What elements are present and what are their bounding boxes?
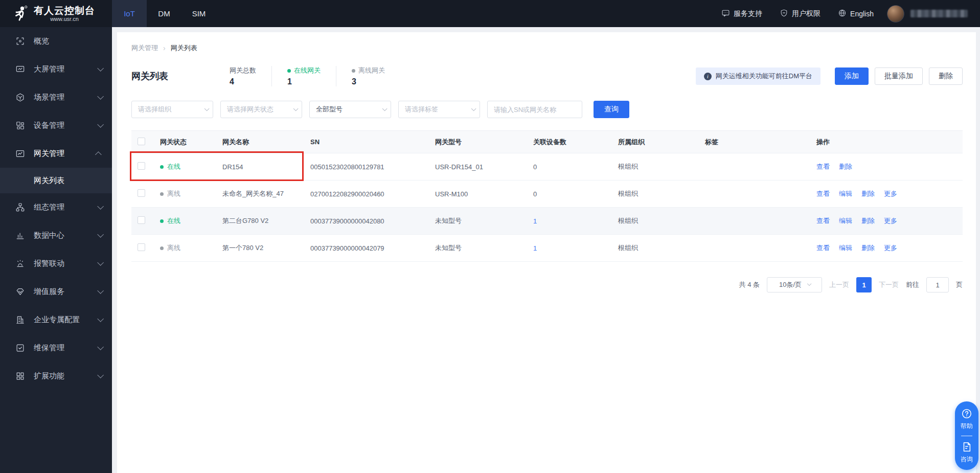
action-more-link[interactable]: 更多	[884, 244, 897, 252]
gateway-model: USR-M100	[431, 181, 529, 208]
header-link-service-support[interactable]: 服务支持	[721, 9, 762, 19]
help-button[interactable]: 帮助	[961, 408, 973, 431]
select-all-checkbox[interactable]	[138, 138, 145, 145]
tag-select[interactable]: 请选择标签	[398, 101, 480, 118]
action-view-link[interactable]: 查看	[816, 163, 830, 170]
usr-logo-icon	[11, 5, 29, 22]
chevron-down-icon	[97, 121, 104, 128]
status-dot-icon	[160, 192, 164, 196]
row-checkbox[interactable]	[138, 243, 145, 251]
gateway-sn: 00501523020800129781	[306, 153, 431, 181]
tab-iot[interactable]: IoT	[112, 0, 147, 27]
sidebar-item-data-center[interactable]: 数据中心	[0, 221, 112, 250]
logo[interactable]: 有人云控制台 www.usr.cn	[0, 5, 112, 22]
action-view-link[interactable]: 查看	[816, 244, 830, 252]
stat-online[interactable]: 在线网关1	[271, 66, 336, 86]
action-delete-link[interactable]: 删除	[861, 217, 875, 224]
page-1-button[interactable]: 1	[856, 277, 872, 292]
page-size-select[interactable]: 10条/页	[767, 277, 822, 292]
chevron-down-icon	[807, 282, 811, 286]
row-actions: 查看编辑删除更多	[812, 208, 963, 235]
sidebar-item-maintenance-mgmt[interactable]: 维保管理	[0, 334, 112, 362]
sidebar-subitem-gateway-list[interactable]: 网关列表	[0, 168, 112, 193]
action-edit-link[interactable]: 编辑	[839, 244, 852, 252]
chevron-down-icon	[97, 231, 104, 238]
sidebar-item-extended-functions[interactable]: 扩展功能	[0, 362, 112, 390]
add-button[interactable]: 添加	[835, 67, 869, 85]
stat-offline[interactable]: 离线网关3	[336, 66, 400, 86]
avatar[interactable]	[887, 5, 904, 22]
breadcrumb: 网关管理 › 网关列表	[131, 43, 963, 53]
page-title: 网关列表	[131, 70, 168, 82]
sidebar-item-screen-mgmt[interactable]: 大屏管理	[0, 55, 112, 83]
column-header: 网关状态	[156, 131, 218, 153]
gateway-status-select[interactable]: 请选择网关状态	[220, 101, 302, 118]
org-select[interactable]: 请选择组织	[131, 101, 213, 118]
device-count: 0	[529, 181, 614, 208]
overview-icon	[15, 36, 25, 46]
status-dot-icon	[160, 246, 164, 250]
alarm-icon	[15, 259, 25, 268]
action-view-link[interactable]: 查看	[816, 190, 830, 197]
maintenance-icon	[15, 343, 25, 353]
row-checkbox[interactable]	[138, 189, 145, 197]
prev-page-button[interactable]: 上一页	[829, 280, 849, 289]
row-checkbox[interactable]	[138, 216, 145, 224]
chevron-down-icon	[97, 344, 104, 350]
breadcrumb-parent[interactable]: 网关管理	[131, 43, 158, 53]
device-count-link[interactable]: 1	[533, 217, 537, 225]
action-edit-link[interactable]: 编辑	[839, 190, 852, 197]
chevron-down-icon	[97, 203, 104, 210]
app-root: 有人云控制台 www.usr.cn IoTDMSIM 服务支持用户权限Engli…	[0, 0, 980, 473]
chevron-down-icon	[471, 106, 476, 111]
action-delete-link[interactable]: 删除	[861, 190, 875, 197]
action-delete-link[interactable]: 删除	[839, 163, 852, 170]
chevron-down-icon	[97, 259, 104, 266]
action-edit-link[interactable]: 编辑	[839, 217, 852, 224]
content-card: 网关管理 › 网关列表 网关列表 网关总数4在线网关1离线网关3 i 网关运维相…	[117, 32, 976, 473]
question-icon	[961, 408, 972, 419]
sidebar-item-config-mgmt[interactable]: 组态管理	[0, 193, 112, 221]
goto-page-input[interactable]	[926, 277, 949, 292]
chevron-down-icon	[97, 93, 104, 100]
dm-notice-text: 网关运维相关功能可前往DM平台	[716, 72, 812, 81]
header-link-user-permission[interactable]: 用户权限	[780, 9, 821, 19]
gateway-model: USR-DR154_01	[431, 153, 529, 181]
scene-icon	[15, 93, 25, 102]
next-page-button[interactable]: 下一页	[879, 280, 899, 289]
gateway-sn: 00037739000000042080	[306, 208, 431, 235]
status-dot	[352, 69, 355, 73]
tab-sim[interactable]: SIM	[181, 0, 216, 27]
action-more-link[interactable]: 更多	[884, 217, 897, 224]
tag-cell	[701, 153, 812, 181]
status-dot	[287, 69, 291, 73]
sidebar-item-device-mgmt[interactable]: 设备管理	[0, 111, 112, 140]
status-badge: 在线	[160, 162, 180, 171]
action-more-link[interactable]: 更多	[884, 190, 897, 197]
device-count-link[interactable]: 1	[533, 244, 537, 252]
delete-button[interactable]: 删除	[929, 67, 963, 85]
row-checkbox[interactable]	[138, 162, 145, 170]
row-actions: 查看编辑删除更多	[812, 181, 963, 208]
sidebar-item-overview[interactable]: 概览	[0, 27, 112, 55]
status-dot-icon	[160, 165, 164, 169]
consult-button[interactable]: 咨询	[961, 441, 973, 464]
action-delete-link[interactable]: 删除	[861, 244, 875, 252]
sidebar-item-scene-mgmt[interactable]: 场景管理	[0, 83, 112, 111]
model-select[interactable]: 全部型号	[309, 101, 391, 118]
search-input[interactable]	[487, 101, 582, 118]
help-widget: 帮助 咨询	[955, 401, 978, 470]
header-link-language[interactable]: English	[838, 9, 874, 19]
batch-add-button[interactable]: 批量添加	[875, 67, 923, 85]
action-view-link[interactable]: 查看	[816, 217, 830, 224]
sidebar-item-gateway-mgmt[interactable]: 网关管理	[0, 140, 112, 168]
tab-dm[interactable]: DM	[147, 0, 181, 27]
gateway-name: DR154	[218, 153, 306, 181]
status-dot-icon	[160, 219, 164, 223]
sidebar-item-value-added-services[interactable]: 增值服务	[0, 278, 112, 306]
sidebar-item-alarm-linkage[interactable]: 报警联动	[0, 250, 112, 278]
sidebar-item-enterprise-config[interactable]: 企业专属配置	[0, 306, 112, 334]
vas-icon	[15, 287, 25, 297]
search-button[interactable]: 查询	[594, 101, 629, 118]
gateway-model: 未知型号	[431, 208, 529, 235]
